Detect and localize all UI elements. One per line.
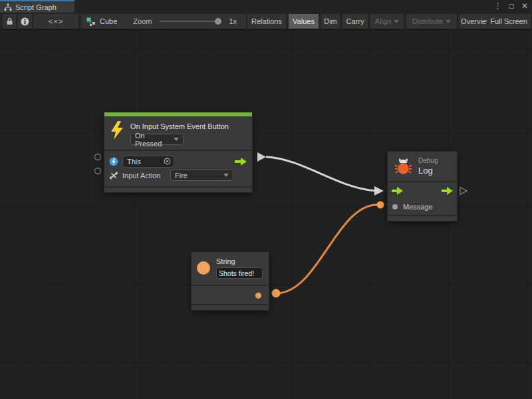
zoom-value: 1x	[229, 17, 237, 25]
message-input-port[interactable]	[377, 201, 384, 209]
string-type-icon	[197, 261, 210, 275]
zoom-label: Zoom	[133, 17, 152, 25]
debug-log-node[interactable]: Debug Log Message	[387, 151, 458, 221]
full-screen-button[interactable]: Full Screen	[487, 14, 531, 29]
debug-node-body: Message	[388, 181, 457, 215]
string-value-input[interactable]: Shots fired!	[216, 267, 263, 279]
target-object-value: This	[127, 158, 141, 166]
distribute-label: Distribute	[412, 17, 443, 25]
event-type-value: On Pressed	[135, 132, 174, 148]
distribute-button[interactable]: Distribute	[406, 14, 457, 29]
graph-canvas[interactable]: On Input System Event Button On Pressed …	[0, 30, 532, 399]
string-output-port-icon[interactable]	[255, 293, 261, 299]
debug-node-name: Log	[418, 166, 438, 176]
debug-node-category: Debug	[418, 157, 438, 164]
value-wire[interactable]	[277, 205, 377, 293]
zoom-slider[interactable]	[160, 21, 218, 22]
carry-button[interactable]: Carry	[342, 14, 368, 29]
bug-icon	[394, 158, 412, 176]
flow-input-arrow-icon[interactable]	[392, 187, 403, 195]
event-action-port[interactable]	[95, 168, 101, 174]
info-icon	[21, 17, 29, 26]
tab-script-graph[interactable]: Script Graph	[0, 0, 74, 13]
debug-node-footer	[388, 215, 457, 221]
string-node-title: String	[216, 257, 263, 265]
chevron-down-icon	[394, 20, 399, 23]
carry-label: Carry	[346, 17, 364, 25]
control-flow-wire[interactable]	[266, 157, 375, 191]
on-input-system-event-button-node[interactable]: On Input System Event Button On Pressed …	[104, 112, 253, 193]
values-button[interactable]: Values	[289, 14, 319, 29]
tab-label: Script Graph	[15, 3, 57, 11]
dim-button[interactable]: Dim	[321, 14, 340, 29]
chevron-down-icon	[223, 174, 229, 177]
flow-output-arrow-icon[interactable]	[235, 158, 247, 166]
input-action-label: Input Action	[122, 172, 166, 180]
graph-context-tile: Cube Zoom 1x	[81, 14, 246, 29]
maximize-icon[interactable]: □	[509, 0, 514, 13]
chevron-down-icon	[446, 20, 451, 23]
target-object-field[interactable]: This	[122, 156, 174, 168]
tab-bar: Script Graph ⋮ □ ✕	[0, 0, 532, 13]
dim-label: Dim	[324, 17, 337, 25]
debug-message-row: Message	[388, 199, 457, 215]
menu-icon[interactable]: ⋮	[494, 0, 502, 13]
code-preview-label: <×>	[49, 17, 63, 25]
event-node-header: On Input System Event Button On Pressed	[104, 116, 252, 150]
graph-toolbar: <×> Cube Zoom 1x Relations Values Dim	[0, 13, 532, 30]
string-literal-node[interactable]: String Shots fired!	[191, 251, 269, 311]
align-button[interactable]: Align	[370, 14, 404, 29]
debug-input-port-arrow[interactable]	[374, 186, 384, 196]
values-label: Values	[293, 17, 315, 25]
debug-flow-row	[388, 182, 457, 199]
string-node-header: String Shots fired!	[192, 252, 269, 285]
relations-label: Relations	[251, 17, 282, 25]
chevron-down-icon	[174, 138, 179, 141]
graph-source-label[interactable]: Cube	[100, 17, 117, 25]
event-node-body: This	[104, 150, 252, 186]
align-label: Align	[375, 17, 391, 25]
debug-output-port[interactable]	[460, 188, 467, 195]
window-controls: ⋮ □ ✕	[494, 0, 528, 13]
debug-node-header: Debug Log	[388, 152, 457, 181]
event-node-title: On Input System Event Button	[130, 120, 229, 130]
lock-button[interactable]	[3, 14, 16, 29]
full-screen-label: Full Screen	[490, 17, 527, 25]
event-target-port[interactable]	[95, 154, 101, 160]
message-port-icon[interactable]	[392, 204, 398, 209]
script-graph-window: Script Graph ⋮ □ ✕ <×>	[0, 0, 532, 399]
event-output-port-arrow[interactable]	[257, 152, 266, 162]
event-type-dropdown[interactable]: On Pressed	[130, 134, 184, 145]
hierarchy-graph-icon	[4, 3, 12, 11]
input-action-icon	[109, 171, 118, 180]
string-node-footer	[192, 304, 269, 310]
code-preview-button[interactable]: <×>	[33, 14, 78, 29]
script-graph-asset-icon	[86, 17, 96, 26]
relations-button[interactable]: Relations	[247, 14, 286, 29]
message-label: Message	[403, 203, 433, 211]
object-picker-icon[interactable]	[164, 158, 171, 165]
close-icon[interactable]: ✕	[521, 0, 528, 13]
bolt-unit-icon	[109, 157, 118, 166]
flow-output-arrow-icon[interactable]	[442, 187, 453, 195]
zoom-slider-handle[interactable]	[215, 18, 221, 25]
lightning-bolt-icon	[109, 120, 125, 140]
string-output-port[interactable]	[272, 289, 281, 298]
event-node-footer	[104, 186, 252, 192]
lock-icon	[6, 17, 13, 25]
input-action-value: Fire	[175, 172, 188, 180]
input-action-dropdown[interactable]: Fire	[170, 170, 233, 181]
info-button[interactable]	[17, 14, 32, 29]
event-action-row: Input Action Fire	[104, 168, 252, 182]
string-node-body	[192, 285, 269, 304]
event-target-row: This	[104, 154, 252, 168]
